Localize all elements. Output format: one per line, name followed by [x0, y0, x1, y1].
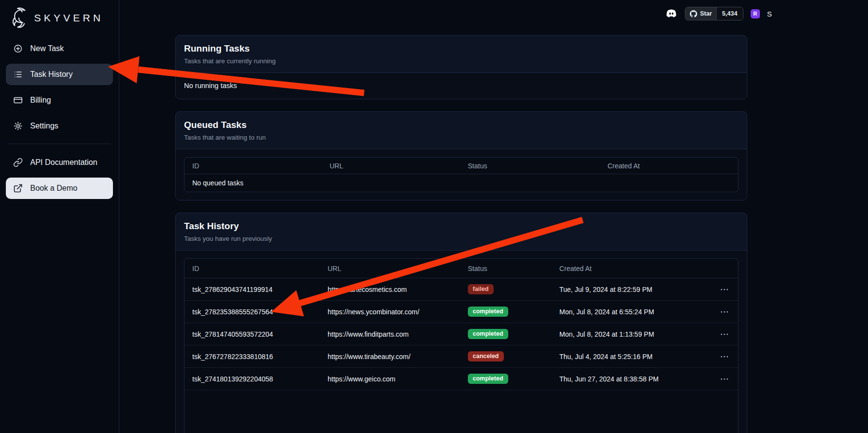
queued-tasks-body: ID URL Status Created At No queued tasks	[176, 149, 747, 200]
column-header-url: URL	[320, 265, 460, 272]
brand-name: SKYVERN	[34, 12, 103, 24]
column-header-created-at: Created At	[552, 265, 709, 272]
sidebar-item-billing[interactable]: Billing	[6, 90, 113, 111]
table-header-row: ID URL Status Created At	[185, 158, 738, 174]
status-badge: failed	[468, 284, 494, 294]
task-id: tsk_278147405593572204	[185, 330, 320, 338]
sidebar-item-label: Billing	[30, 96, 51, 105]
sidebar-item-label: New Task	[30, 44, 64, 53]
task-id: tsk_278235388555267564	[185, 308, 320, 316]
row-actions-button[interactable]: ⋯	[709, 284, 738, 295]
github-star-count: 5,434	[716, 7, 742, 20]
task-history-card: Task History Tasks you have run previous…	[175, 213, 747, 433]
task-created-at: Mon, Jul 8, 2024 at 6:55:24 PM	[552, 308, 709, 316]
task-url: https://www.tirabeauty.com/	[320, 353, 460, 361]
sidebar-item-label: Settings	[30, 122, 58, 130]
avatar[interactable]: R	[751, 9, 760, 18]
brand-logo[interactable]: SKYVERN	[6, 5, 113, 38]
table-row[interactable]: tsk_278629043741199914 https://tartecosm…	[185, 278, 738, 301]
empty-state-text: No running tasks	[184, 81, 739, 91]
running-tasks-header: Running Tasks Tasks that are currently r…	[176, 36, 747, 73]
row-actions-button[interactable]: ⋯	[709, 374, 738, 384]
running-tasks-body: No running tasks	[176, 73, 747, 99]
discord-icon[interactable]	[665, 7, 678, 20]
status-badge: completed	[468, 307, 508, 317]
link-icon	[13, 157, 23, 168]
sidebar-item-label: API Documentation	[30, 158, 97, 167]
main-area: Star 5,434 R S Running Tasks Tasks that …	[119, 0, 868, 433]
sidebar-item-label: Task History	[30, 70, 73, 79]
credit-card-icon	[13, 95, 23, 106]
running-tasks-card: Running Tasks Tasks that are currently r…	[175, 35, 747, 99]
task-id: tsk_276727822333810816	[185, 353, 320, 361]
empty-row: No queued tasks	[185, 174, 738, 192]
row-actions-button[interactable]: ⋯	[709, 329, 738, 340]
column-header-status: Status	[460, 265, 552, 272]
card-title: Running Tasks	[184, 43, 739, 54]
task-created-at: Thu, Jul 4, 2024 at 5:25:16 PM	[552, 353, 709, 361]
table-row[interactable]: tsk_278147405593572204 https://www.findi…	[185, 323, 738, 345]
column-header-status: Status	[460, 162, 600, 170]
task-url: https://tartecosmetics.com	[320, 286, 460, 293]
sidebar-item-book-a-demo[interactable]: Book a Demo	[6, 178, 113, 199]
sidebar-item-settings[interactable]: Settings	[6, 115, 113, 137]
column-header-id: ID	[185, 265, 320, 272]
skyvern-dragon-icon	[10, 7, 29, 29]
sidebar-item-task-history[interactable]: Task History	[6, 64, 113, 85]
card-title: Queued Tasks	[184, 119, 739, 131]
sidebar-item-api-documentation[interactable]: API Documentation	[6, 152, 113, 173]
task-url: https://www.finditparts.com	[320, 330, 460, 338]
task-history-table: ID URL Status Created At tsk_27862904374…	[184, 258, 739, 433]
topbar-actions: Star 5,434 R S	[665, 7, 772, 20]
empty-state-text: No queued tasks	[185, 179, 251, 187]
status-badge: completed	[468, 374, 508, 384]
list-icon	[13, 69, 23, 80]
table-row[interactable]: tsk_278235388555267564 https://news.ycom…	[185, 301, 738, 323]
queued-tasks-header: Queued Tasks Tasks that are waiting to r…	[176, 112, 747, 149]
github-star-button[interactable]: Star 5,434	[685, 7, 743, 20]
column-header-id: ID	[185, 162, 322, 170]
external-link-icon	[13, 183, 23, 194]
gear-icon	[13, 121, 23, 131]
card-subtitle: Tasks you have run previously	[184, 235, 739, 243]
column-header-url: URL	[322, 162, 460, 170]
row-actions-button[interactable]: ⋯	[709, 351, 738, 362]
task-created-at: Tue, Jul 9, 2024 at 8:22:59 PM	[552, 286, 709, 293]
task-created-at: Mon, Jul 8, 2024 at 1:13:59 PM	[552, 330, 709, 338]
table-row[interactable]: tsk_276727822333810816 https://www.tirab…	[185, 345, 738, 368]
account-name[interactable]: S	[767, 10, 772, 18]
status-badge: canceled	[468, 351, 504, 361]
task-history-body: ID URL Status Created At tsk_27862904374…	[176, 251, 747, 433]
task-created-at: Thu, Jun 27, 2024 at 8:38:58 PM	[552, 375, 709, 383]
task-id: tsk_274180139292204058	[185, 375, 320, 383]
row-actions-button[interactable]: ⋯	[709, 307, 738, 317]
card-subtitle: Tasks that are currently running	[184, 57, 739, 65]
queued-tasks-table: ID URL Status Created At No queued tasks	[184, 157, 739, 192]
sidebar-item-new-task[interactable]: New Task	[6, 38, 113, 59]
task-url: https://news.ycombinator.com/	[320, 308, 460, 316]
content-column: Running Tasks Tasks that are currently r…	[175, 0, 747, 433]
sidebar-divider	[8, 144, 111, 144]
sidebar: SKYVERN New Task Task History Billing	[0, 0, 119, 433]
card-title: Task History	[184, 220, 739, 232]
plus-circle-icon	[13, 43, 23, 54]
sidebar-item-label: Book a Demo	[30, 184, 77, 193]
github-star-label: Star	[700, 10, 712, 17]
table-row[interactable]: tsk_274180139292204058 https://www.geico…	[185, 368, 738, 390]
task-id: tsk_278629043741199914	[185, 286, 320, 293]
card-subtitle: Tasks that are waiting to run	[184, 133, 739, 142]
table-header-row: ID URL Status Created At	[185, 259, 738, 278]
task-url: https://www.geico.com	[320, 375, 460, 383]
status-badge: completed	[468, 329, 508, 339]
task-history-header: Task History Tasks you have run previous…	[176, 213, 747, 251]
github-icon	[690, 10, 697, 18]
column-header-created-at: Created At	[600, 162, 738, 170]
queued-tasks-card: Queued Tasks Tasks that are waiting to r…	[175, 111, 747, 200]
